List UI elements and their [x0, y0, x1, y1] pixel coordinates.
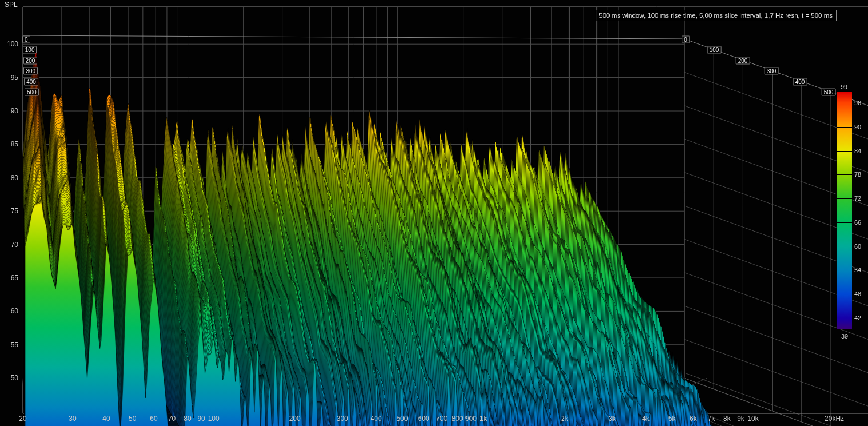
colorbar-segment — [837, 294, 852, 318]
colorbar-tick-label: 66 — [854, 219, 861, 226]
colorbar-min-label: 39 — [841, 333, 848, 340]
freq-tick-label: 600 — [418, 415, 429, 423]
freq-tick-label: 700 — [436, 415, 447, 423]
colorbar-segment — [837, 198, 852, 222]
freq-tick-label: 30 — [69, 415, 76, 423]
time-label-left: 200 — [23, 57, 38, 64]
measurement-annotation: 500 ms window, 100 ms rise time, 5,00 ms… — [595, 10, 837, 21]
spl-tick-label: 60 — [11, 308, 18, 315]
spl-tick-label: 50 — [11, 375, 18, 382]
spl-tick-label: 80 — [11, 174, 18, 181]
colorbar-segment — [837, 246, 852, 270]
colorbar-tick-label: 84 — [854, 148, 861, 154]
time-label-left: 0 — [22, 35, 30, 43]
freq-tick-label: 1k — [480, 415, 487, 423]
freq-tick-label: 10k — [747, 415, 758, 423]
spl-tick-label: 100 — [7, 41, 18, 48]
colorbar-tick-label: 78 — [854, 171, 861, 178]
freq-tick-label: 400 — [371, 415, 382, 423]
waterfall-window: SPL 500 ms window, 100 ms rise time, 5,0… — [0, 0, 868, 426]
time-label-right: 300 — [765, 67, 779, 75]
freq-tick-label: 200 — [289, 415, 301, 423]
colorbar-segment — [837, 222, 852, 246]
colorbar-segment — [837, 91, 852, 103]
freq-tick-label: 70 — [168, 415, 176, 423]
colorbar-tick-label: 42 — [854, 314, 861, 321]
freq-tick-label: 500 — [396, 415, 408, 423]
time-label-left: 100 — [23, 46, 37, 54]
freq-tick-label: 2k — [561, 415, 568, 423]
spl-tick-label: 65 — [11, 274, 18, 282]
freq-tick-label: 20kHz — [825, 415, 844, 423]
freq-tick-label: 800 — [452, 415, 463, 423]
freq-tick-label: 100 — [208, 415, 220, 423]
colorbar-tick-label: 72 — [854, 195, 861, 202]
time-label-right: 400 — [793, 78, 807, 85]
spl-tick-label: 55 — [11, 341, 18, 348]
freq-tick-label: 90 — [197, 415, 205, 423]
colorbar-segment — [837, 318, 852, 330]
spl-tick-label: 90 — [11, 108, 18, 115]
colorbar-segment — [837, 127, 852, 151]
freq-tick-label: 5k — [668, 415, 676, 423]
freq-tick-label: 3k — [608, 415, 616, 423]
colorbar-segment — [837, 174, 852, 198]
colorbar-segment — [837, 151, 852, 175]
colorbar-segment — [837, 270, 852, 294]
spl-tick-label: 85 — [11, 141, 18, 148]
freq-tick-label: 8k — [723, 415, 731, 423]
freq-tick-label: 900 — [465, 415, 477, 423]
time-label-right: 100 — [707, 46, 722, 54]
freq-tick-label: 60 — [150, 415, 157, 423]
colorbar-tick-label: 90 — [854, 124, 861, 130]
time-label-right: 500 — [822, 89, 836, 96]
spl-axis-title: SPL — [5, 1, 18, 9]
freq-tick-label: 20 — [19, 415, 26, 423]
freq-tick-label: 300 — [337, 415, 348, 423]
freq-tick-label: 50 — [129, 415, 136, 423]
spl-tick-label: 70 — [11, 241, 18, 248]
freq-tick-label: 4k — [642, 415, 650, 423]
time-label-right: 0 — [682, 35, 690, 43]
freq-tick-label: 40 — [102, 415, 110, 423]
freq-tick-label: 9k — [737, 415, 744, 423]
colorbar-tick-label: 48 — [854, 290, 861, 297]
freq-tick-label: 6k — [690, 415, 697, 423]
colorbar-segment — [837, 103, 852, 127]
colorbar-max-label: 99 — [841, 83, 847, 90]
colorbar-tick-label: 96 — [854, 99, 861, 106]
freq-tick-label: 7k — [708, 415, 715, 423]
time-label-right: 200 — [736, 57, 750, 64]
time-label-left: 500 — [25, 89, 39, 96]
colorbar-tick-label: 60 — [854, 243, 861, 250]
time-label-left: 400 — [24, 78, 38, 85]
spl-tick-label: 75 — [11, 208, 18, 215]
time-label-left: 300 — [23, 67, 38, 75]
freq-tick-label: 80 — [184, 415, 191, 423]
spl-tick-label: 95 — [11, 74, 18, 81]
colorbar-tick-label: 54 — [854, 266, 861, 273]
colorbar-gradient — [837, 91, 852, 330]
